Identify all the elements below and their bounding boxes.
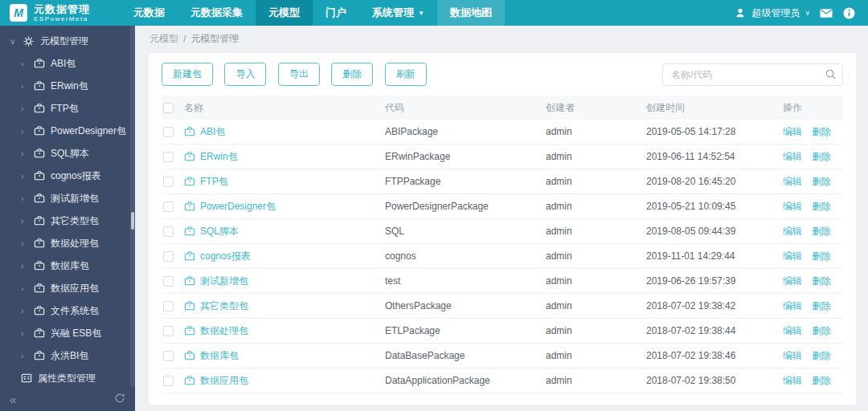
toolbar-button[interactable]: 删除: [331, 63, 373, 86]
sidebar-package-item[interactable]: › 文件系统包: [0, 299, 135, 322]
package-name-link[interactable]: cognos报表: [184, 250, 385, 263]
edit-link[interactable]: 编辑: [783, 200, 802, 214]
edit-link[interactable]: 编辑: [783, 250, 802, 263]
sidebar-package-item[interactable]: › ERwin包: [0, 75, 135, 97]
collapse-sidebar-icon[interactable]: «: [10, 393, 16, 406]
user-menu[interactable]: 超级管理员 ∨: [734, 6, 810, 20]
edit-link[interactable]: 编辑: [783, 324, 802, 338]
row-checkbox[interactable]: [163, 376, 174, 386]
sidebar-scrollbar-thumb[interactable]: [131, 212, 134, 230]
sidebar-package-item[interactable]: › 测试新增包: [0, 187, 135, 210]
row-checkbox[interactable]: [163, 326, 174, 336]
package-code: OthersPackage: [385, 300, 546, 311]
sidebar-package-item[interactable]: › 其它类型包: [0, 210, 135, 232]
sidebar-package-item[interactable]: › 兴融 ESB包: [0, 322, 135, 344]
nav-item[interactable]: 系统管理 ▼: [359, 0, 437, 26]
sidebar-package-item[interactable]: › ABI包: [0, 52, 135, 75]
sidebar-package-item[interactable]: › 数据库包: [0, 254, 135, 277]
package-name-link[interactable]: 其它类型包: [184, 299, 385, 313]
delete-link[interactable]: 删除: [812, 324, 831, 338]
briefcase-icon: [34, 58, 45, 69]
nav-item[interactable]: 元数据采集 ▼: [178, 0, 256, 26]
briefcase-icon: [184, 300, 195, 311]
search-box: [662, 63, 843, 86]
nav-item[interactable]: 数据地图 ▼: [437, 0, 505, 26]
nav-item[interactable]: 元模型 ▼: [256, 0, 313, 26]
briefcase-icon: [184, 176, 195, 187]
refresh-icon[interactable]: [114, 393, 125, 406]
package-name-link[interactable]: 数据应用包: [184, 374, 385, 388]
edit-link[interactable]: 编辑: [783, 374, 802, 388]
info-icon[interactable]: [842, 6, 855, 19]
edit-link[interactable]: 编辑: [783, 225, 802, 238]
edit-link[interactable]: 编辑: [783, 125, 802, 139]
edit-link[interactable]: 编辑: [783, 175, 802, 189]
delete-link[interactable]: 删除: [812, 374, 831, 388]
package-name-link[interactable]: 数据库包: [184, 349, 385, 363]
toolbar-button[interactable]: 导出: [278, 63, 320, 86]
row-checkbox[interactable]: [163, 251, 174, 262]
app-title: 元数据管理: [34, 4, 90, 14]
sidebar-item-label: PowerDesigner包: [51, 124, 126, 138]
chevron-right-icon: ›: [21, 127, 28, 136]
delete-link[interactable]: 删除: [812, 125, 831, 139]
sidebar-item-attribute-type-management[interactable]: 属性类型管理: [0, 367, 135, 387]
sidebar-package-item[interactable]: › 数据处理包: [0, 232, 135, 254]
sidebar-package-item[interactable]: › 数据应用包: [0, 277, 135, 299]
delete-link[interactable]: 删除: [812, 175, 831, 189]
delete-link[interactable]: 删除: [812, 225, 831, 238]
sidebar-package-item[interactable]: › FTP包: [0, 97, 135, 120]
toolbar-button[interactable]: 刷新: [385, 63, 427, 86]
toolbar-button[interactable]: 新建包: [162, 63, 213, 86]
package-code: ETLPackage: [385, 325, 546, 336]
sidebar-item-meta-model-management[interactable]: ∨ 元模型管理: [0, 30, 135, 52]
model-gear-icon: [23, 35, 35, 47]
nav-item[interactable]: 元数据 ▼: [121, 0, 178, 26]
sidebar-package-item[interactable]: › PowerDesigner包: [0, 120, 135, 142]
row-checkbox[interactable]: [163, 351, 174, 361]
row-checkbox[interactable]: [163, 276, 174, 287]
app-subtitle: ESPowerMeta: [34, 16, 90, 22]
sidebar-item-label: 元模型管理: [40, 35, 88, 48]
toolbar-button[interactable]: 导入: [224, 63, 266, 86]
edit-link[interactable]: 编辑: [783, 349, 802, 363]
edit-link[interactable]: 编辑: [783, 299, 802, 313]
logo-icon: M: [10, 4, 27, 22]
table-row: 测试新增包 test admin 2019-06-26 19:57:39 编辑 …: [162, 269, 843, 294]
delete-link[interactable]: 删除: [812, 275, 831, 288]
edit-link[interactable]: 编辑: [783, 275, 802, 288]
edit-link[interactable]: 编辑: [783, 150, 802, 164]
package-name-link[interactable]: PowerDesigner包: [184, 200, 385, 214]
row-checkbox[interactable]: [163, 177, 174, 187]
sidebar-package-item[interactable]: › SQL脚本: [0, 142, 135, 165]
package-name-link[interactable]: SQL脚本: [184, 225, 385, 238]
package-name-link[interactable]: ABI包: [184, 125, 385, 139]
search-input[interactable]: [662, 63, 843, 86]
package-name-link[interactable]: FTP包: [184, 175, 385, 189]
delete-link[interactable]: 删除: [812, 299, 831, 313]
breadcrumb-parent[interactable]: 元模型: [149, 32, 178, 46]
row-checkbox[interactable]: [163, 226, 174, 237]
package-created-time: 2019-05-21 10:09:45: [646, 201, 783, 212]
package-name-link[interactable]: 测试新增包: [184, 275, 385, 288]
row-checkbox[interactable]: [163, 201, 174, 212]
table-row: 数据库包 DataBasePackage admin 2018-07-02 19…: [162, 344, 843, 368]
delete-link[interactable]: 删除: [812, 200, 831, 214]
package-name-link[interactable]: 数据处理包: [184, 324, 385, 338]
search-icon[interactable]: [825, 68, 837, 83]
package-name-link[interactable]: ERwin包: [184, 150, 385, 164]
delete-link[interactable]: 删除: [812, 250, 831, 263]
briefcase-icon: [34, 125, 45, 136]
delete-link[interactable]: 删除: [812, 150, 831, 164]
mail-icon[interactable]: [820, 6, 833, 19]
sidebar-package-item[interactable]: › cognos报表: [0, 165, 135, 187]
nav-item[interactable]: 门户 ▼: [313, 0, 359, 26]
sidebar-package-item[interactable]: › 永洪BI包: [0, 344, 135, 367]
row-checkbox[interactable]: [163, 301, 174, 311]
column-header-created: 创建时间: [646, 101, 783, 115]
chevron-down-icon: ∨: [805, 9, 810, 17]
row-checkbox[interactable]: [163, 152, 174, 162]
select-all-checkbox[interactable]: [163, 103, 174, 113]
row-checkbox[interactable]: [163, 127, 174, 137]
delete-link[interactable]: 删除: [812, 349, 831, 363]
